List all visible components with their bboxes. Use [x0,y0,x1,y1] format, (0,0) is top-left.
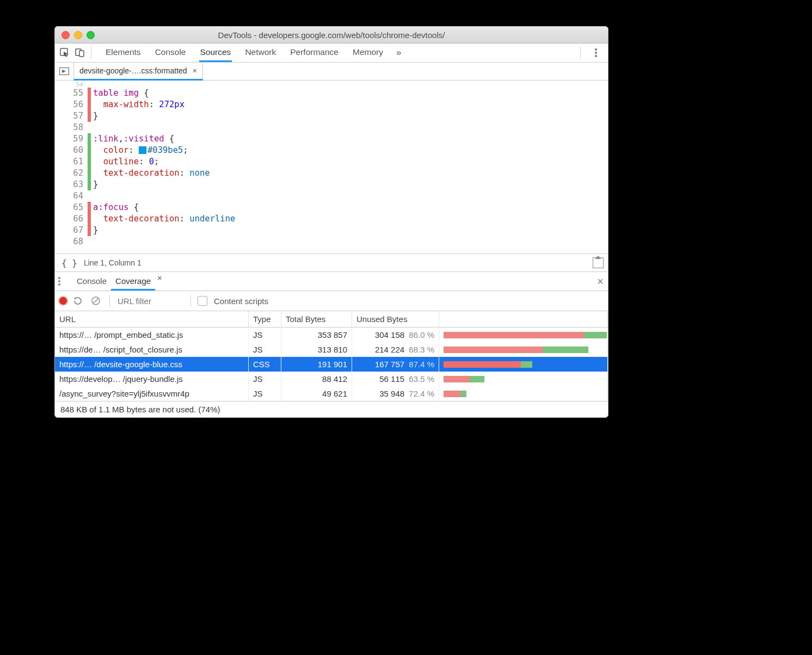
tab-console[interactable]: Console [154,44,187,62]
cell-bar [439,357,608,372]
cell-unused: 214 224 68.3 % [352,342,439,357]
svg-rect-2 [79,51,84,57]
svg-point-5 [595,55,597,57]
record-button[interactable] [59,297,67,305]
coverage-toolbar: Content scripts [55,291,608,311]
pretty-print-icon[interactable]: { } [59,258,84,268]
cell-type: JS [249,328,281,343]
code-column: table img { max-width: 272px}:link,:visi… [91,82,608,249]
code-line: } [93,179,608,190]
divider [580,47,581,59]
cell-total: 49 621 [281,386,352,401]
file-tab[interactable]: devsite-google-….css:formatted × [74,63,203,81]
clear-icon[interactable] [89,296,103,306]
th-bar[interactable] [439,311,608,328]
partial-line [55,246,608,254]
cell-total: 88 412 [281,372,352,386]
th-unused[interactable]: Unused Bytes [352,311,439,328]
cell-total: 313 810 [281,342,352,357]
tab-network[interactable]: Network [244,44,277,62]
code-line [93,190,608,202]
coverage-table-header: URL Type Total Bytes Unused Bytes [55,311,608,328]
coverage-table: URL Type Total Bytes Unused Bytes https:… [55,311,608,401]
code-line: a:focus { [93,202,608,213]
cell-bar [439,342,608,357]
source-editor[interactable]: 545556575859606162636465666768 table img… [55,81,608,254]
file-tab-label: devsite-google-….css:formatted [79,66,187,75]
traffic-lights [55,31,95,39]
window-zoom-button[interactable] [87,31,95,39]
more-tabs-icon[interactable]: » [396,47,401,58]
window-title: DevTools - developers.google.com/web/too… [55,30,608,40]
cell-type: CSS [249,357,281,372]
coverage-row[interactable]: /async_survey?site=ylj5ifxusvvmr4pJS49 6… [55,386,608,401]
window-close-button[interactable] [61,31,70,39]
code-line: text-decoration: underline [93,213,608,225]
line-number-gutter: 545556575859606162636465666768 [55,82,88,249]
drawer-tab-close-icon[interactable]: × [157,273,162,290]
code-line: table img { [93,88,608,99]
cell-bar [439,386,608,401]
code-line: :link,:visited { [93,133,608,145]
cell-unused: 35 948 72.4 % [352,386,439,401]
tab-performance[interactable]: Performance [289,44,340,62]
coverage-row[interactable]: https://… /prompt_embed_static.jsJS353 8… [55,328,608,343]
cell-url: https://develop… /jquery-bundle.js [55,372,249,386]
svg-point-7 [58,277,60,279]
drawer-tab-coverage[interactable]: Coverage [111,273,155,291]
cell-unused: 167 757 87.4 % [352,357,439,372]
inspect-element-icon[interactable] [57,46,72,59]
editor-statusbar: { } Line 1, Column 1 [55,254,608,272]
coverage-row[interactable]: https://de… /script_foot_closure.jsJS313… [55,342,608,357]
content-scripts-label: Content scripts [214,296,268,306]
settings-kebab-icon[interactable] [588,46,604,59]
drawer-close-icon[interactable]: × [597,275,608,288]
code-line: } [93,225,608,236]
reload-icon[interactable] [70,296,85,305]
cell-url: https://de… /script_foot_closure.js [55,342,249,357]
cell-type: JS [249,372,281,386]
cell-unused: 56 115 63.5 % [352,372,439,386]
divider [91,47,91,59]
drawer-tabs-row: ConsoleCoverage× × [55,272,608,291]
tab-elements[interactable]: Elements [104,44,142,62]
coverage-row[interactable]: https://… /devsite-google-blue.cssCSS191… [55,357,608,372]
drawer-menu-icon[interactable] [58,277,72,286]
code-line: } [93,110,608,122]
cell-total: 191 901 [281,357,352,372]
coverage-summary: 848 KB of 1.1 MB bytes are not used. (74… [55,401,608,417]
svg-point-9 [58,283,60,286]
divider [109,295,110,306]
tab-sources[interactable]: Sources [199,44,232,62]
svg-line-11 [93,298,99,304]
panel-tabs: ElementsConsoleSourcesNetworkPerformance… [104,44,384,62]
svg-point-8 [58,280,60,282]
th-url[interactable]: URL [55,311,249,328]
close-tab-icon[interactable]: × [193,66,197,75]
th-total[interactable]: Total Bytes [281,311,352,328]
device-toolbar-icon[interactable] [72,46,88,59]
cell-total: 353 857 [281,328,352,343]
content-scripts-checkbox[interactable] [198,296,207,306]
cell-bar [439,372,608,386]
drawer-tab-console[interactable]: Console [72,273,111,290]
code-line: outline: 0; [93,156,608,168]
devtools-window: DevTools - developers.google.com/web/too… [54,26,608,418]
coverage-row[interactable]: https://develop… /jquery-bundle.jsJS88 4… [55,372,608,386]
show-sidebar-icon[interactable] [593,257,604,268]
url-filter-input[interactable] [116,296,184,306]
cell-unused: 304 158 86.0 % [352,328,439,343]
cell-url: https://… /devsite-google-blue.css [55,357,249,372]
svg-point-4 [595,52,597,54]
code-line [93,122,608,133]
svg-point-3 [595,48,597,51]
file-tabs-bar: devsite-google-….css:formatted × [55,63,608,81]
window-minimize-button[interactable] [74,31,82,39]
divider [190,295,191,306]
titlebar: DevTools - developers.google.com/web/too… [55,27,608,44]
navigator-toggle-icon[interactable] [55,63,74,80]
th-type[interactable]: Type [249,311,281,328]
code-line: color: #039be5; [93,145,608,156]
tab-memory[interactable]: Memory [352,44,384,62]
cell-bar [439,328,608,343]
